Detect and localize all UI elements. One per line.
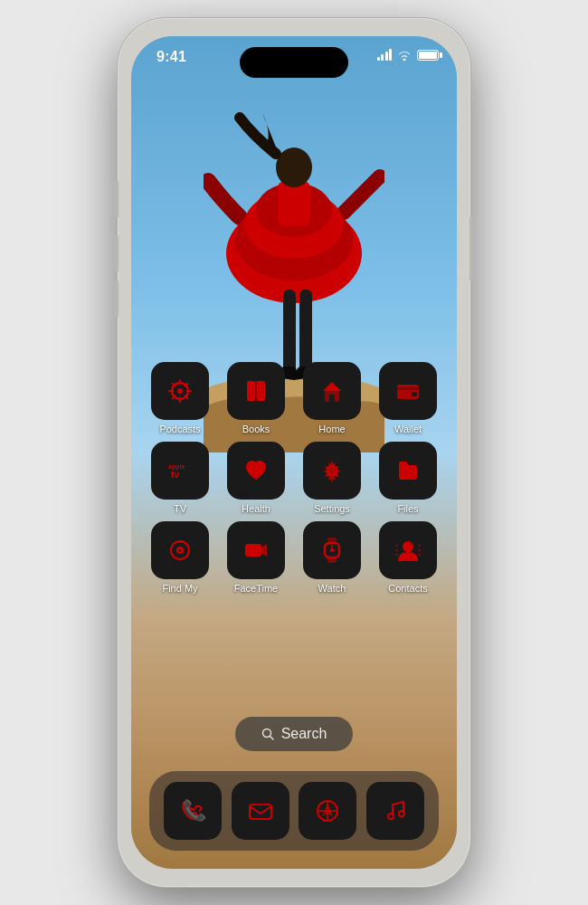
dock: 📞	[149, 771, 439, 851]
dock-mail[interactable]	[232, 782, 289, 840]
app-facetime[interactable]: FaceTime	[223, 521, 289, 594]
app-findmy[interactable]: Find My	[147, 521, 213, 594]
svg-point-52	[399, 811, 404, 816]
status-icons	[377, 49, 440, 61]
app-podcasts[interactable]: Podcasts	[147, 362, 213, 434]
app-health[interactable]: Health	[223, 442, 289, 514]
svg-rect-40	[418, 545, 421, 547]
app-settings-label: Settings	[314, 503, 350, 514]
svg-rect-41	[418, 549, 421, 551]
svg-rect-14	[257, 381, 265, 401]
app-contacts-label: Contacts	[388, 583, 427, 594]
app-home[interactable]: Home	[299, 362, 365, 434]
app-tv[interactable]: apple tv TV	[147, 442, 213, 514]
app-books[interactable]: Books	[223, 362, 289, 434]
search-glass-icon	[261, 728, 274, 740]
battery-icon	[417, 50, 439, 61]
svg-point-51	[388, 814, 394, 819]
svg-rect-5	[278, 181, 310, 226]
dock-music[interactable]	[366, 782, 424, 840]
app-wallet[interactable]: Wallet	[375, 362, 441, 434]
app-wallet-label: Wallet	[394, 424, 422, 434]
app-watch[interactable]: Watch	[299, 521, 365, 594]
svg-text:📞: 📞	[182, 798, 207, 823]
app-settings[interactable]: Settings	[299, 442, 365, 514]
app-books-label: Books	[242, 424, 270, 434]
svg-marker-17	[323, 382, 341, 391]
svg-line-44	[270, 737, 273, 740]
svg-point-12	[177, 388, 183, 394]
app-grid: Podcasts Books	[131, 362, 457, 594]
dock-phone[interactable]: 📞	[164, 782, 222, 840]
signal-icon	[377, 49, 393, 61]
svg-rect-42	[418, 554, 421, 556]
svg-rect-13	[247, 381, 255, 401]
svg-rect-28	[245, 544, 261, 557]
svg-rect-37	[395, 545, 398, 547]
app-row-2: apple tv TV Health	[147, 442, 441, 514]
search-bar[interactable]: Search	[235, 717, 353, 751]
dynamic-island	[240, 47, 348, 78]
svg-rect-46	[250, 805, 271, 819]
app-files[interactable]: Files	[375, 442, 441, 514]
svg-rect-20	[397, 387, 419, 390]
svg-rect-38	[395, 549, 398, 551]
svg-rect-39	[395, 554, 398, 556]
app-row-3: Find My FaceTime	[147, 521, 441, 594]
svg-point-6	[276, 148, 312, 187]
app-health-label: Health	[242, 503, 270, 514]
wifi-icon	[397, 50, 412, 61]
svg-rect-15	[255, 381, 257, 401]
dock-safari[interactable]	[299, 782, 356, 840]
app-home-label: Home	[318, 424, 345, 434]
app-files-label: Files	[397, 503, 418, 514]
app-facetime-label: FaceTime	[234, 583, 279, 594]
svg-marker-29	[261, 544, 267, 557]
svg-text:tv: tv	[171, 470, 179, 480]
svg-rect-18	[329, 395, 335, 402]
svg-point-36	[403, 541, 413, 552]
app-contacts[interactable]: Contacts	[375, 521, 441, 594]
app-podcasts-label: Podcasts	[159, 424, 200, 434]
app-watch-label: Watch	[318, 583, 346, 594]
app-row-1: Podcasts Books	[147, 362, 441, 434]
status-time: 9:41	[156, 49, 186, 65]
app-findmy-label: Find My	[162, 583, 197, 594]
phone-frame: 9:41	[118, 18, 470, 887]
svg-point-27	[179, 549, 182, 552]
search-label: Search	[281, 726, 327, 742]
phone-screen: 9:41	[131, 36, 457, 869]
svg-rect-21	[412, 392, 417, 396]
app-tv-label: TV	[174, 503, 186, 514]
